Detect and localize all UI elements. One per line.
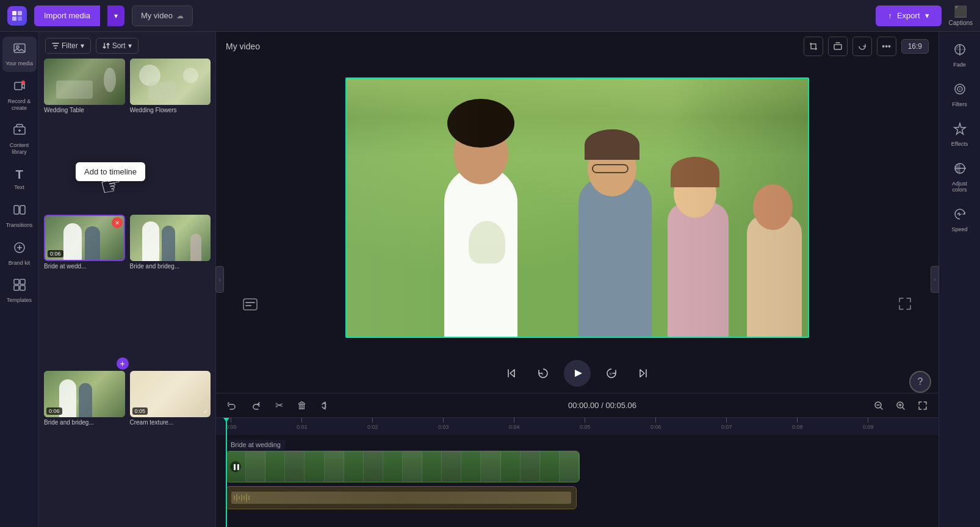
sidebar-item-speed[interactable]: Speed bbox=[942, 201, 978, 238]
aspect-ratio-badge: 16:9 bbox=[901, 39, 929, 54]
transitions-label: Transitions bbox=[6, 222, 33, 229]
transitions-icon bbox=[13, 203, 26, 220]
sidebar-item-transitions[interactable]: Transitions bbox=[2, 198, 37, 234]
delete-button[interactable]: 🗑 bbox=[293, 396, 311, 415]
sidebar-item-text[interactable]: T Text bbox=[2, 163, 37, 196]
svg-point-7 bbox=[21, 81, 25, 84]
timeline-time-display: 00:00.00 / 00:05.06 bbox=[339, 401, 865, 410]
sidebar-item-fade[interactable]: Fade bbox=[942, 37, 978, 74]
rewind-5s-button[interactable]: 5 bbox=[532, 362, 554, 384]
video-track[interactable]: ▐▐ bbox=[226, 451, 580, 482]
speed-label: Speed bbox=[951, 226, 967, 232]
resize-tool-button[interactable] bbox=[828, 37, 848, 56]
import-media-arrow[interactable]: ▾ bbox=[107, 5, 124, 26]
svg-rect-1 bbox=[18, 11, 22, 15]
svg-rect-12 bbox=[20, 206, 25, 214]
media-item-wedding-table[interactable]: Wedding Table bbox=[44, 59, 125, 210]
my-video-tab[interactable]: My video ☁ bbox=[132, 5, 193, 26]
sidebar-item-effects[interactable]: Effects bbox=[942, 116, 978, 153]
add-to-timeline-tooltip: Add to timeline bbox=[76, 162, 145, 181]
track-play-icon: ▐▐ bbox=[230, 461, 241, 472]
fit-to-window-button[interactable] bbox=[914, 397, 931, 414]
svg-rect-2 bbox=[12, 16, 16, 21]
svg-text:5: 5 bbox=[541, 372, 544, 376]
filter-button[interactable]: Filter ▾ bbox=[45, 38, 91, 54]
media-item-bride-brideg2[interactable]: 0:06 Bride and brideg... bbox=[44, 371, 125, 522]
delete-badge-bride[interactable]: ✕ bbox=[112, 217, 123, 228]
svg-rect-14 bbox=[14, 279, 19, 284]
redo-button[interactable] bbox=[247, 396, 265, 415]
svg-rect-18 bbox=[834, 45, 841, 49]
left-nav: Your media Record &create C bbox=[0, 32, 39, 527]
sort-button[interactable]: Sort ▾ bbox=[96, 38, 139, 54]
captions-button[interactable]: ⬛ Captions bbox=[949, 5, 973, 26]
svg-rect-6 bbox=[15, 82, 22, 90]
sidebar-item-brand-kit[interactable]: Brand kit bbox=[2, 236, 37, 271]
media-panel: Filter ▾ Sort ▾ Wedding Tab bbox=[39, 32, 216, 527]
play-pause-button[interactable] bbox=[564, 360, 591, 387]
timeline-ruler: 0:00 0:01 0:02 0:03 bbox=[216, 418, 939, 435]
timeline-area: ✂ 🗑 00:00.00 / 00:05.06 bbox=[216, 393, 939, 527]
right-sidebar: Fade Filters Effects bbox=[939, 32, 980, 527]
my-video-label: My video bbox=[141, 11, 173, 20]
ruler-marks-container: 0:00 0:01 0:02 0:03 bbox=[226, 418, 929, 435]
zoom-out-button[interactable] bbox=[870, 397, 887, 414]
sort-arrow: ▾ bbox=[128, 41, 132, 50]
more-tools-button[interactable]: ••• bbox=[877, 37, 896, 56]
import-media-button[interactable]: Import media bbox=[34, 5, 100, 26]
templates-icon bbox=[13, 278, 26, 295]
forward-5s-button[interactable]: 5 bbox=[600, 362, 622, 384]
media-toolbar: Filter ▾ Sort ▾ bbox=[39, 32, 215, 59]
subtitle-button[interactable] bbox=[243, 298, 258, 312]
adjust-colors-icon bbox=[953, 162, 967, 178]
wedding-flowers-label: Wedding Flowers bbox=[130, 107, 211, 113]
svg-point-5 bbox=[16, 46, 19, 48]
split-button[interactable] bbox=[316, 396, 334, 415]
media-item-bride-at-wedding[interactable]: 0:06 ✕ + Bride at wedd... bbox=[44, 215, 125, 366]
skip-to-start-button[interactable] bbox=[500, 362, 522, 384]
content-library-icon bbox=[13, 123, 26, 140]
media-item-bride-brideg1[interactable]: Bride and brideg... bbox=[130, 215, 211, 366]
ruler-mark-6: 0:06 bbox=[650, 418, 661, 430]
sidebar-item-your-media[interactable]: Your media bbox=[2, 37, 37, 72]
media-item-wedding-flowers[interactable]: Wedding Flowers bbox=[130, 59, 211, 210]
svg-rect-21 bbox=[245, 305, 251, 306]
add-badge-bride[interactable]: + bbox=[117, 357, 129, 370]
cloud-icon: ☁ bbox=[176, 12, 184, 20]
bride-brideg2-label: Bride and brideg... bbox=[44, 419, 125, 426]
ruler-mark-2: 0:02 bbox=[367, 418, 378, 430]
ruler-mark-4: 0:04 bbox=[509, 418, 520, 430]
zoom-in-button[interactable] bbox=[892, 397, 909, 414]
crop-tool-button[interactable] bbox=[804, 37, 823, 56]
help-button[interactable]: ? bbox=[909, 371, 931, 393]
export-icon: ↑ bbox=[888, 11, 892, 20]
filter-arrow: ▾ bbox=[81, 41, 84, 50]
svg-rect-0 bbox=[12, 11, 16, 15]
media-thumb-bride-brideg2: 0:06 bbox=[44, 371, 125, 417]
timeline-tracks: Bride at wedding bbox=[216, 435, 939, 527]
rotate-tool-button[interactable] bbox=[852, 37, 872, 56]
skip-to-end-button[interactable] bbox=[632, 362, 654, 384]
preview-title: My video bbox=[226, 41, 260, 51]
filter-label: Filter bbox=[62, 41, 78, 50]
right-sidebar-collapse[interactable]: › bbox=[931, 266, 939, 293]
more-options-icon[interactable]: ✓ bbox=[203, 408, 208, 415]
sidebar-item-templates[interactable]: Templates bbox=[2, 273, 37, 309]
content-library-label: Contentlibrary bbox=[10, 142, 29, 156]
sidebar-item-record-create[interactable]: Record &create bbox=[2, 74, 37, 117]
cream-texture-label: Cream texture... bbox=[130, 419, 211, 426]
undo-button[interactable] bbox=[223, 396, 242, 415]
svg-rect-15 bbox=[20, 279, 25, 284]
fullscreen-button[interactable] bbox=[898, 297, 912, 312]
sidebar-item-adjust-colors[interactable]: Adjustcolors bbox=[942, 156, 978, 199]
ruler-mark-1: 0:01 bbox=[297, 418, 308, 430]
sidebar-item-content-library[interactable]: Contentlibrary bbox=[2, 118, 37, 160]
adjust-colors-label: Adjustcolors bbox=[952, 181, 967, 193]
sidebar-item-filters[interactable]: Filters bbox=[942, 76, 978, 113]
cut-button[interactable]: ✂ bbox=[270, 396, 288, 415]
export-button[interactable]: ↑ Export ▾ bbox=[876, 5, 941, 26]
filters-label: Filters bbox=[952, 101, 967, 107]
audio-track[interactable] bbox=[226, 486, 577, 509]
media-item-cream-texture[interactable]: 0:05 ✓ Cream texture... bbox=[130, 371, 211, 522]
panel-resize-handle[interactable]: ‹ bbox=[215, 266, 224, 293]
